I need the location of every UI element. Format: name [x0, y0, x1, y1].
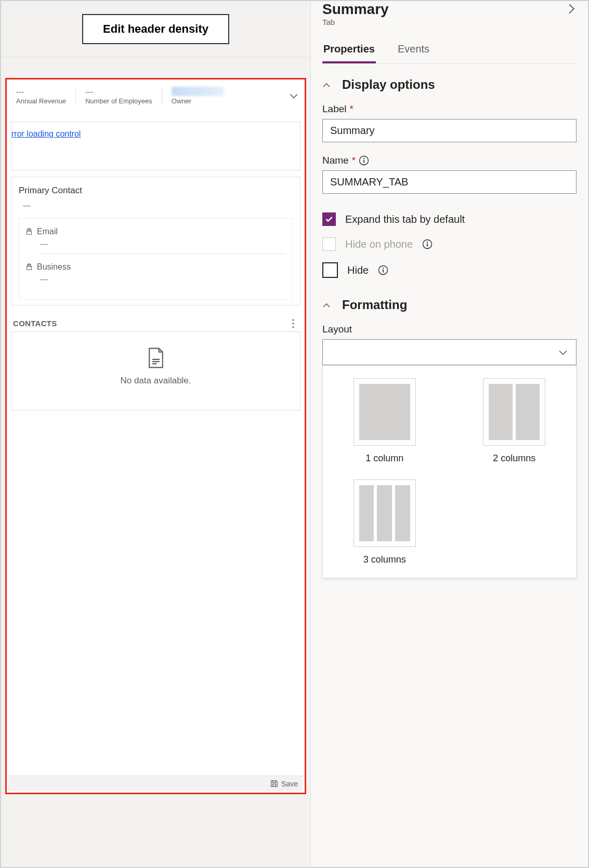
header-field-employees[interactable]: --- Number of Employees	[76, 87, 162, 105]
email-value: ---	[40, 239, 286, 254]
save-label[interactable]: Save	[281, 780, 298, 788]
tab-properties[interactable]: Properties	[322, 39, 376, 63]
layout-thumb-2	[483, 378, 545, 446]
edit-header-density-button[interactable]: Edit header density	[82, 14, 229, 44]
chevron-up-icon	[322, 80, 331, 89]
hide-phone-label: Hide on phone	[345, 238, 413, 250]
chevron-up-icon	[322, 300, 331, 310]
panel-tabs: Properties Events	[322, 39, 577, 64]
panel-title: Summary	[322, 1, 389, 18]
chevron-right-icon[interactable]	[567, 0, 577, 16]
layout-option-1col[interactable]: 1 column	[335, 378, 434, 464]
expand-checkbox-row[interactable]: Expand this tab by default	[322, 212, 577, 226]
layout-thumb-3	[354, 479, 416, 547]
layout-option-3col[interactable]: 3 columns	[335, 479, 434, 565]
svg-point-4	[427, 242, 428, 243]
layout-option-label: 3 columns	[363, 554, 406, 565]
hide-phone-checkbox-row: Hide on phone	[322, 237, 577, 251]
primary-contact-card[interactable]: Primary Contact --- Email --- Business -…	[11, 177, 300, 305]
email-label: Email	[37, 227, 58, 236]
section-header-display[interactable]: Display options	[322, 77, 577, 92]
layout-option-label: 1 column	[365, 453, 403, 464]
svg-point-1	[363, 158, 364, 159]
label-input[interactable]	[322, 119, 577, 142]
header-label: Number of Employees	[85, 97, 152, 105]
svg-rect-5	[427, 244, 428, 247]
layout-option-2col[interactable]: 2 columns	[465, 378, 564, 464]
primary-contact-value: ---	[23, 201, 293, 210]
empty-text: No data available.	[11, 376, 300, 386]
quick-view-box: Email --- Business ---	[19, 218, 293, 300]
save-bar: Save	[8, 776, 303, 791]
layout-select[interactable]	[322, 339, 577, 365]
layout-option-label: 2 columns	[493, 453, 535, 464]
header-button-area: Edit header density	[1, 1, 310, 57]
expand-label: Expand this tab by default	[345, 213, 465, 225]
business-value: ---	[40, 275, 286, 289]
hide-checkbox-row[interactable]: Hide	[322, 262, 577, 278]
primary-contact-title: Primary Contact	[19, 185, 293, 196]
layout-thumb-1	[354, 378, 416, 446]
header-field-revenue[interactable]: --- Annual Revenue	[7, 87, 76, 105]
document-icon	[147, 348, 165, 368]
business-field-row[interactable]: Business	[25, 259, 286, 272]
section-header-formatting[interactable]: Formatting	[322, 298, 577, 312]
contacts-empty-state: No data available.	[11, 331, 300, 410]
section-title: Formatting	[342, 298, 407, 312]
label-field-label: Label*	[322, 103, 577, 115]
checkbox-checked-icon[interactable]	[322, 212, 336, 226]
layout-label: Layout	[322, 324, 577, 335]
chevron-down-icon[interactable]	[289, 91, 298, 101]
form-header: --- Annual Revenue --- Number of Employe…	[7, 79, 305, 115]
lock-icon	[25, 228, 33, 235]
panel-subtitle: Tab	[322, 18, 389, 26]
owner-redacted	[172, 87, 224, 96]
email-field-row[interactable]: Email	[25, 224, 286, 236]
contacts-section[interactable]: CONTACTS ⋮ No data available.	[11, 315, 300, 410]
section-title: Display options	[342, 77, 435, 92]
header-label: Owner	[172, 97, 224, 105]
header-value: ---	[85, 87, 152, 96]
header-value: ---	[16, 87, 66, 96]
info-icon[interactable]	[359, 155, 369, 166]
header-label: Annual Revenue	[16, 97, 66, 105]
layout-dropdown: 1 column 2 columns 3 columns	[322, 365, 577, 578]
svg-rect-2	[363, 160, 364, 163]
more-vertical-icon[interactable]: ⋮	[288, 317, 298, 329]
error-loading-link[interactable]: rror loading control	[11, 129, 81, 138]
display-options-section: Display options Label* Name* Expand this…	[311, 64, 588, 292]
header-field-owner[interactable]: Owner	[162, 87, 233, 105]
svg-point-7	[383, 268, 384, 269]
info-icon[interactable]	[378, 265, 388, 275]
contacts-title: CONTACTS	[13, 319, 57, 328]
form-preview-highlight[interactable]: --- Annual Revenue --- Number of Employe…	[5, 78, 306, 794]
error-card[interactable]: rror loading control	[11, 122, 300, 170]
lock-icon	[25, 263, 33, 271]
form-designer-pane: Edit header density --- Annual Revenue -…	[1, 1, 310, 867]
chevron-down-icon	[558, 348, 568, 357]
checkbox-unchecked-icon	[322, 237, 336, 251]
formatting-section: Formatting Layout 1 column 2 columns 3 c…	[311, 292, 588, 581]
properties-panel: Summary Tab Properties Events Display op…	[310, 1, 588, 867]
save-icon[interactable]	[270, 780, 278, 787]
tab-events[interactable]: Events	[397, 39, 430, 63]
checkbox-unchecked-icon[interactable]	[322, 262, 338, 278]
hide-label: Hide	[347, 264, 369, 276]
name-field-label: Name*	[322, 155, 577, 166]
svg-rect-8	[383, 270, 384, 273]
info-icon[interactable]	[422, 239, 433, 249]
name-input[interactable]	[322, 170, 577, 194]
business-label: Business	[37, 262, 71, 272]
